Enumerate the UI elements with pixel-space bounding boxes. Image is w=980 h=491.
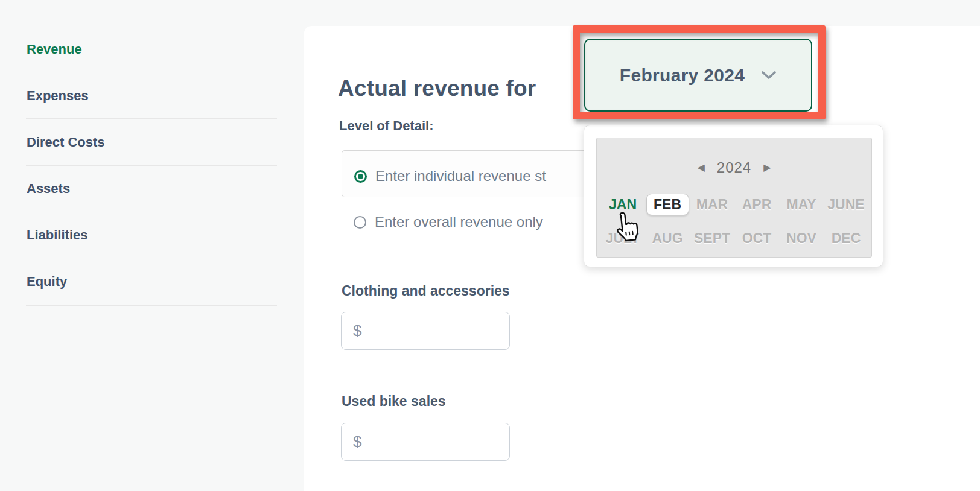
month-jan[interactable]: JAN bbox=[600, 194, 645, 215]
radio-unselected-icon[interactable] bbox=[354, 216, 366, 229]
month-dec: DEC bbox=[824, 227, 868, 249]
previous-year-icon[interactable]: ◀ bbox=[697, 163, 704, 173]
sidebar-divider bbox=[26, 305, 277, 306]
month-june: JUNE bbox=[824, 194, 868, 215]
next-year-icon[interactable]: ▶ bbox=[763, 163, 771, 173]
month-apr: APR bbox=[734, 194, 779, 215]
month-july: JULY bbox=[600, 227, 645, 249]
sidebar-item-revenue[interactable]: Revenue bbox=[27, 42, 82, 57]
month-feb-wrap: FEB bbox=[645, 194, 690, 215]
sidebar-divider bbox=[26, 118, 277, 119]
month-mar: MAR bbox=[690, 194, 734, 215]
sidebar-divider bbox=[26, 212, 277, 212]
sidebar-divider bbox=[26, 165, 277, 166]
month-dropdown-label: February 2024 bbox=[620, 65, 745, 86]
used-bikes-amount-input[interactable] bbox=[341, 423, 510, 461]
sidebar-item-assets[interactable]: Assets bbox=[27, 181, 70, 197]
month-dropdown-button[interactable]: February 2024 bbox=[584, 39, 812, 112]
month-grid: JAN FEB MAR APR MAY JUNE JULY AUG SEPT O… bbox=[600, 194, 868, 249]
month-sept: SEPT bbox=[690, 227, 734, 249]
sidebar-item-expenses[interactable]: Expenses bbox=[27, 88, 89, 104]
field-label-used-bikes: Used bike sales bbox=[342, 393, 446, 410]
sidebar-divider bbox=[26, 71, 277, 71]
level-of-detail-label: Level of Detail: bbox=[339, 118, 433, 134]
month-may: MAY bbox=[779, 194, 824, 215]
year-label: 2024 bbox=[717, 159, 751, 176]
month-feb-selected[interactable]: FEB bbox=[646, 194, 689, 215]
sidebar-divider bbox=[26, 259, 277, 259]
sidebar-item-direct-costs[interactable]: Direct Costs bbox=[27, 135, 105, 150]
radio-option-individual[interactable]: Enter individual revenue st bbox=[354, 168, 546, 185]
radio-selected-icon[interactable] bbox=[354, 170, 367, 183]
revenue-entry-page: Revenue Expenses Direct Costs Assets Lia… bbox=[0, 0, 980, 491]
month-nov: NOV bbox=[779, 227, 824, 249]
clothing-amount-input[interactable] bbox=[341, 312, 510, 350]
radio-option-label: Enter individual revenue st bbox=[375, 168, 546, 185]
sidebar-item-liabilities[interactable]: Liabilities bbox=[27, 227, 88, 243]
chevron-down-icon bbox=[761, 71, 777, 80]
year-navigation: ◀ 2024 ▶ bbox=[596, 159, 872, 176]
radio-option-overall[interactable]: Enter overall revenue only bbox=[354, 214, 543, 230]
radio-dot bbox=[358, 174, 363, 179]
month-oct: OCT bbox=[734, 227, 779, 249]
field-label-clothing: Clothing and accessories bbox=[342, 283, 510, 299]
radio-option-label: Enter overall revenue only bbox=[375, 214, 543, 230]
sidebar-item-equity[interactable]: Equity bbox=[27, 274, 67, 290]
month-aug: AUG bbox=[645, 227, 690, 249]
page-title: Actual revenue for bbox=[338, 76, 536, 101]
